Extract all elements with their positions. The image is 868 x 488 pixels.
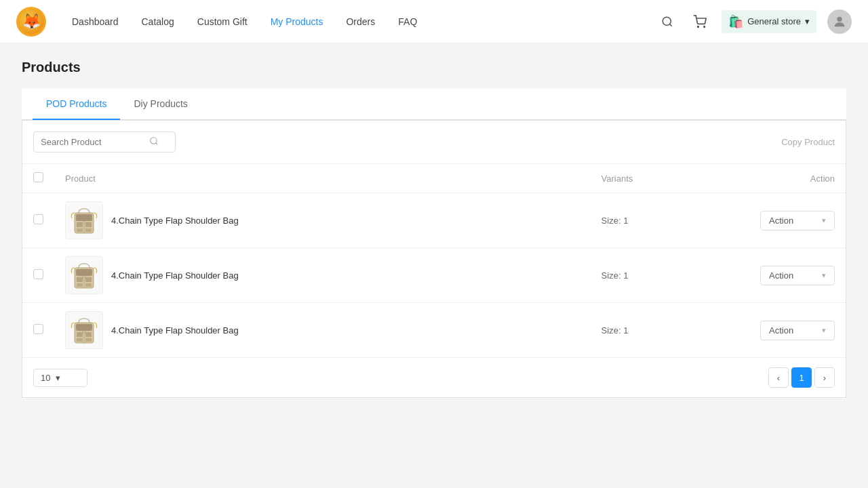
next-page-button[interactable]: › <box>814 367 835 388</box>
row3-product-thumb <box>65 311 103 349</box>
table-row: 4.Chain Type Flap Shoulder Bag Size: 1 A… <box>22 193 846 248</box>
table-header-row: Product Variants Action <box>22 164 846 193</box>
cart-icon <box>693 15 707 28</box>
table-footer: 10 ▾ ‹ 1 › <box>22 357 846 397</box>
tab-pod-products[interactable]: POD Products <box>33 89 120 120</box>
tabs: POD Products Diy Products <box>22 89 846 120</box>
header: 🦊 Dashboard Catalog Custom Gift My Produ… <box>0 0 868 43</box>
row2-product: 4.Chain Type Flap Shoulder Bag <box>65 256 580 294</box>
row2-action-dropdown[interactable]: Action ▾ <box>760 266 835 285</box>
svg-rect-11 <box>77 222 83 227</box>
table-row: 4.Chain Type Flap Shoulder Bag Size: 1 A… <box>22 248 846 303</box>
user-avatar[interactable] <box>827 9 852 34</box>
row1-action-cell: Action ▾ <box>737 193 846 248</box>
row1-product-name: 4.Chain Type Flap Shoulder Bag <box>111 216 239 226</box>
svg-line-6 <box>156 143 158 145</box>
search-button[interactable] <box>656 11 678 33</box>
row3-action-dropdown[interactable]: Action ▾ <box>760 321 835 340</box>
product-image <box>69 203 99 237</box>
prev-page-button[interactable]: ‹ <box>768 367 789 388</box>
page-size-value: 10 <box>41 373 50 383</box>
svg-rect-14 <box>85 228 92 232</box>
table-row: 4.Chain Type Flap Shoulder Bag Size: 1 A… <box>22 303 846 358</box>
nav-item-custom-gift[interactable]: Custom Gift <box>188 11 257 33</box>
main-nav: Dashboard Catalog Custom Gift My Product… <box>62 11 656 33</box>
store-chevron-icon: ▾ <box>805 16 810 26</box>
svg-point-2 <box>698 26 699 27</box>
avatar-icon <box>832 14 847 29</box>
nav-item-my-products[interactable]: My Products <box>261 11 333 33</box>
row1-variants-cell: Size: 1 <box>591 193 737 248</box>
header-right: 🛍️ General store ▾ <box>656 9 852 34</box>
row1-product-thumb <box>65 201 103 239</box>
row3-product-cell: 4.Chain Type Flap Shoulder Bag <box>54 303 591 358</box>
page-size-select[interactable]: 10 ▾ <box>33 369 87 387</box>
svg-point-3 <box>704 26 705 27</box>
svg-rect-28 <box>85 332 92 337</box>
row3-checkbox-cell <box>22 303 54 358</box>
table-container: Copy Product Product Variants Action <box>22 120 846 398</box>
nav-item-dashboard[interactable]: Dashboard <box>62 11 128 33</box>
svg-rect-27 <box>77 332 83 337</box>
svg-rect-13 <box>77 228 83 232</box>
row3-product-name: 4.Chain Type Flap Shoulder Bag <box>111 325 239 336</box>
row3-variants-cell: Size: 1 <box>591 303 737 358</box>
store-label: General store <box>747 16 801 26</box>
search-icon <box>661 16 673 28</box>
search-input-icon <box>149 136 159 148</box>
page-size-chevron: ▾ <box>56 373 60 383</box>
row2-action-cell: Action ▾ <box>737 248 846 303</box>
header-variants-col: Variants <box>591 164 737 193</box>
row3-variants: Size: 1 <box>601 325 629 336</box>
products-table: Product Variants Action <box>22 164 846 357</box>
tab-diy-products[interactable]: Diy Products <box>120 89 201 120</box>
row1-checkbox[interactable] <box>33 214 43 224</box>
svg-rect-12 <box>85 222 92 227</box>
search-input[interactable] <box>41 137 149 147</box>
row1-action-dropdown[interactable]: Action ▾ <box>760 211 835 230</box>
row3-action-chevron: ▾ <box>822 326 826 335</box>
svg-line-1 <box>670 24 672 26</box>
svg-rect-29 <box>77 338 83 342</box>
store-selector[interactable]: 🛍️ General store ▾ <box>722 10 816 33</box>
svg-point-4 <box>837 16 842 21</box>
pagination: ‹ 1 › <box>768 367 835 388</box>
nav-item-catalog[interactable]: Catalog <box>132 11 184 33</box>
svg-rect-22 <box>85 283 92 287</box>
row1-checkbox-cell <box>22 193 54 248</box>
nav-item-orders[interactable]: Orders <box>336 11 384 33</box>
svg-point-5 <box>151 138 157 144</box>
search-box[interactable] <box>33 131 176 152</box>
row1-action-chevron: ▾ <box>822 216 826 225</box>
header-action-col: Action <box>737 164 846 193</box>
svg-point-0 <box>663 17 671 25</box>
row2-checkbox[interactable] <box>33 269 43 279</box>
svg-rect-21 <box>77 283 83 287</box>
row3-product: 4.Chain Type Flap Shoulder Bag <box>65 311 580 349</box>
row2-product-name: 4.Chain Type Flap Shoulder Bag <box>111 270 239 281</box>
logo-icon: 🦊 <box>18 9 44 35</box>
svg-rect-19 <box>77 277 83 282</box>
cart-button[interactable] <box>689 11 711 33</box>
table-toolbar: Copy Product <box>22 121 846 164</box>
row1-product-cell: 4.Chain Type Flap Shoulder Bag <box>54 193 591 248</box>
row2-product-thumb <box>65 256 103 294</box>
row1-variants: Size: 1 <box>601 216 629 226</box>
page-title: Products <box>22 60 846 75</box>
row2-product-cell: 4.Chain Type Flap Shoulder Bag <box>54 248 591 303</box>
logo[interactable]: 🦊 <box>16 7 46 37</box>
row2-variants-cell: Size: 1 <box>591 248 737 303</box>
row3-checkbox[interactable] <box>33 324 43 334</box>
page-content: Products POD Products Diy Products Copy … <box>0 43 868 414</box>
svg-rect-30 <box>85 338 92 342</box>
copy-product-button[interactable]: Copy Product <box>781 137 835 147</box>
page-1-button[interactable]: 1 <box>791 367 812 388</box>
nav-item-faq[interactable]: FAQ <box>389 11 427 33</box>
svg-rect-24 <box>76 324 92 331</box>
product-image <box>69 313 99 347</box>
select-all-checkbox[interactable] <box>33 172 43 182</box>
row1-product: 4.Chain Type Flap Shoulder Bag <box>65 201 580 239</box>
row3-action-cell: Action ▾ <box>737 303 846 358</box>
store-icon: 🛍️ <box>728 14 743 29</box>
svg-rect-16 <box>76 269 92 276</box>
